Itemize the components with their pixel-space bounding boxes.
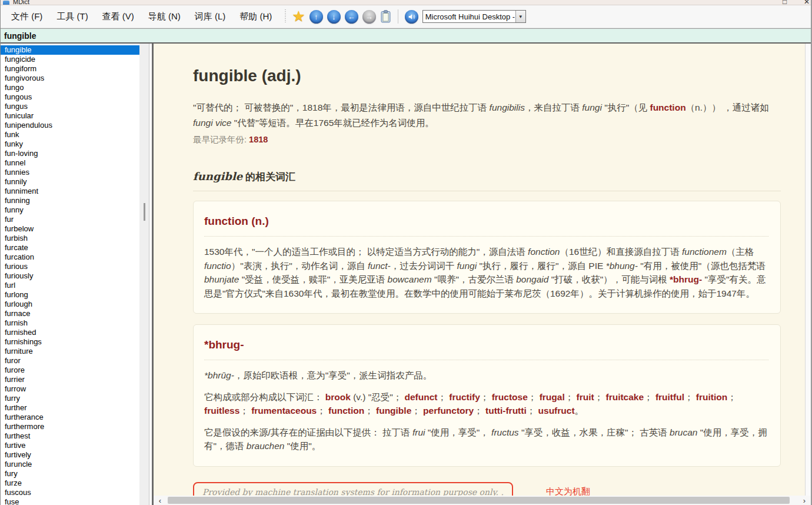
list-item[interactable]: fun-loving [1,149,139,158]
word-list-scrollbar[interactable] [139,44,149,505]
word-link[interactable]: fructose [492,392,528,402]
list-item[interactable]: funny [1,205,139,215]
list-item[interactable]: furze [1,479,139,488]
list-item[interactable]: fungicide [1,55,139,64]
menu-item-library[interactable]: 词库 (L) [189,8,232,26]
list-item[interactable]: furtive [1,441,139,450]
pronounce-button[interactable] [405,10,418,24]
menu-item-help[interactable]: 帮助 (H) [234,8,278,26]
search-input[interactable] [1,29,811,42]
word-link[interactable]: tutti-frutti [485,406,527,416]
list-item[interactable]: furlong [1,290,139,300]
list-item[interactable]: fungible [1,45,139,55]
list-item[interactable]: furnished [1,328,139,337]
list-item[interactable]: furrow [1,384,139,394]
back-button[interactable]: ← [345,10,358,24]
list-item[interactable]: furcation [1,252,139,262]
word-link[interactable]: defunct [405,392,438,402]
list-item[interactable]: furnishings [1,337,139,347]
list-item[interactable]: furry [1,394,139,403]
menu-item-file[interactable]: 文件 (F) [5,8,48,26]
chevron-down-icon[interactable]: ▼ [515,11,525,22]
list-item[interactable]: furore [1,366,139,375]
list-item[interactable]: furrier [1,375,139,384]
word-link[interactable]: fungible [376,406,411,416]
list-item[interactable]: funniment [1,187,139,196]
word-list-scrollbar-thumb[interactable] [144,203,145,221]
list-item[interactable]: fuse [1,497,139,505]
footer-row: Provided by machine translation systems … [193,482,781,496]
list-item[interactable]: funning [1,196,139,205]
forward-button[interactable]: → [362,10,376,24]
word-link[interactable]: brook [325,392,351,402]
word-link[interactable]: fruition [696,392,727,402]
list-item[interactable]: furuncle [1,460,139,469]
list-item[interactable]: fungivorous [1,74,139,83]
word-link[interactable]: usufruct [538,406,575,416]
word-link[interactable]: fructify [449,392,480,402]
list-item[interactable]: furious [1,262,139,271]
text-segment: fungi [457,261,477,271]
list-item[interactable]: furor [1,356,139,366]
word-link[interactable]: fruit [577,392,594,402]
list-item[interactable]: furbish [1,234,139,243]
list-item[interactable]: furl [1,281,139,290]
list-item[interactable]: furiously [1,271,139,281]
list-item[interactable]: fungous [1,92,139,102]
scroll-left-icon[interactable]: ‹ [154,496,167,505]
list-item[interactable]: furbelow [1,224,139,234]
scroll-right-icon[interactable]: › [798,496,811,505]
word-link[interactable]: fruitful [655,392,684,402]
menu-item-tools[interactable]: 工具 (T) [51,8,94,26]
word-link[interactable]: *bhrug- [670,274,702,284]
list-item[interactable]: furthermore [1,422,139,431]
word-link[interactable]: perfunctory [423,406,474,416]
list-item[interactable]: fur [1,215,139,224]
list-item[interactable]: fungus [1,102,139,111]
card-paragraph: 它是假设的来源/其存在的证据由以下提供： 拉丁语 frui "使用，享受"， f… [204,426,768,453]
list-item[interactable]: furtherance [1,413,139,422]
list-item[interactable]: funnel [1,158,139,168]
menu-item-navigate[interactable]: 导航 (N) [142,8,187,26]
list-item[interactable]: furnish [1,318,139,328]
text-segment: ； [474,406,485,416]
menu-item-view[interactable]: 查看 (V) [96,8,140,26]
maximize-button[interactable]: □ [783,0,787,5]
next-entry-button[interactable]: ↓ [327,10,341,24]
list-item[interactable]: further [1,403,139,413]
list-item[interactable]: furlough [1,300,139,309]
list-item[interactable]: furthest [1,431,139,441]
prev-entry-button[interactable]: ↑ [310,10,323,24]
content-horizontal-scrollbar[interactable]: ‹ › [154,496,811,505]
favorite-star-icon[interactable]: ★ [292,9,305,23]
list-item[interactable]: furtively [1,450,139,460]
list-item[interactable]: funk [1,130,139,139]
word-link[interactable]: function [650,102,685,112]
list-item[interactable]: funky [1,139,139,149]
pane-splitter[interactable] [149,44,154,505]
tts-voice-select[interactable]: Microsoft Huihui Desktop - C ▼ [422,10,526,23]
word-link[interactable]: frumentaceous [251,406,317,416]
card-title[interactable]: *bhrug- [204,338,768,352]
list-item[interactable]: furniture [1,347,139,356]
word-link[interactable]: frugal [540,392,565,402]
list-item[interactable]: fury [1,469,139,479]
word-link[interactable]: function [328,406,364,416]
word-link[interactable]: fruitcake [605,392,644,402]
list-item[interactable]: funnily [1,177,139,187]
list-item[interactable]: funipendulous [1,121,139,130]
list-item[interactable]: funicular [1,111,139,121]
list-item[interactable]: fuscous [1,488,139,497]
content-vertical-scrollbar[interactable] [805,44,811,496]
list-item[interactable]: funnies [1,168,139,177]
card-divider [204,360,768,360]
list-item[interactable]: furnace [1,309,139,318]
word-link[interactable]: fruitless [204,406,239,416]
close-button[interactable]: ✕ [804,0,810,5]
list-item[interactable]: fungiform [1,64,139,74]
clipboard-button[interactable] [380,10,391,23]
card-title[interactable]: function (n.) [204,214,768,228]
horizontal-scrollbar-thumb[interactable] [168,497,790,504]
list-item[interactable]: fungo [1,83,139,92]
list-item[interactable]: furcate [1,243,139,252]
